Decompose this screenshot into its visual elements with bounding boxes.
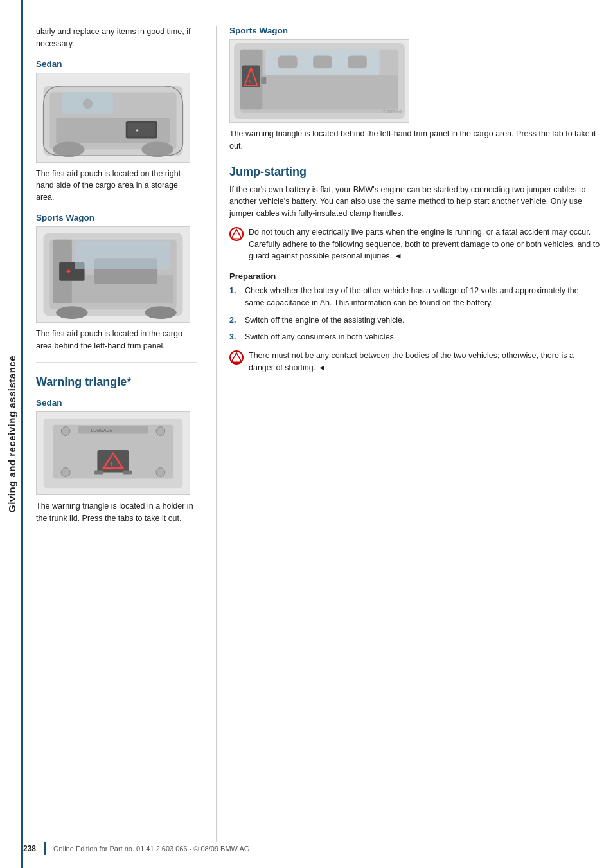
sports-wagon-heading-left: Sports Wagon — [36, 213, 197, 222]
svg-rect-40 — [261, 77, 266, 84]
sedan2-heading: Sedan — [36, 398, 197, 408]
column-divider — [216, 26, 217, 842]
svg-rect-29 — [94, 471, 103, 475]
sedan-first-caption: The first aid pouch is located on the ri… — [36, 168, 197, 204]
sedan-first-aid-image: + — [36, 73, 190, 163]
divider-1 — [36, 362, 197, 363]
prep-number-2: 2. — [229, 314, 240, 327]
warning-icon-2: ! — [229, 350, 244, 365]
svg-rect-4 — [128, 122, 155, 136]
svg-text:!: ! — [249, 79, 251, 84]
intro-text: ularly and replace any items in good tim… — [36, 26, 197, 50]
left-column: ularly and replace any items in good tim… — [36, 26, 209, 842]
sedan-warning-image: ! LUGGAGE — [36, 411, 190, 495]
sports-wagon-left-caption: The first aid pouch is located in the ca… — [36, 328, 197, 352]
warning-text-1: Do not touch any electrically live parts… — [249, 226, 600, 262]
warning-icon-1: ! — [229, 227, 244, 241]
svg-point-25 — [156, 468, 165, 477]
svg-rect-42 — [278, 56, 298, 69]
svg-rect-35 — [244, 75, 398, 109]
sports-wagon-left-image: + — [36, 226, 190, 323]
prep-item-1: 1. Check whether the battery of the othe… — [229, 285, 600, 309]
svg-point-24 — [61, 468, 70, 477]
svg-rect-30 — [123, 471, 132, 475]
svg-text:!: ! — [235, 356, 237, 362]
svg-text:!: ! — [111, 460, 112, 467]
back-arrow-2: ◄ — [315, 363, 326, 372]
sedan2-caption: The warning triangle is located in a hol… — [36, 500, 197, 525]
prep-text-3: Switch off any consumers in both vehicle… — [245, 331, 396, 343]
warning-triangle-heading: Warning triangle* — [36, 375, 197, 389]
page-number: 238 — [23, 844, 36, 853]
warning-box-2: ! There must not be any contact between … — [229, 350, 600, 374]
preparation-list: 1. Check whether the battery of the othe… — [229, 285, 600, 343]
prep-text-2: Switch off the engine of the assisting v… — [245, 314, 405, 327]
footer-copyright: Online Edition for Part no. 01 41 2 603 … — [53, 845, 249, 853]
svg-rect-44 — [348, 56, 367, 69]
sidebar-label: Giving and receiving assistance — [6, 356, 17, 512]
svg-point-22 — [61, 427, 70, 436]
right-column: Sports Wagon ! — [223, 26, 600, 842]
footer-bar — [44, 842, 46, 855]
svg-rect-43 — [313, 56, 332, 69]
svg-text:+: + — [66, 267, 71, 276]
svg-point-23 — [156, 427, 165, 436]
jump-starting-heading: Jump-starting — [229, 165, 600, 179]
svg-text:© BMW AG: © BMW AG — [382, 109, 402, 113]
sports-wagon-right-caption: The warning triangle is located behind t… — [229, 128, 600, 152]
sidebar: Giving and receiving assistance — [0, 0, 23, 868]
prep-item-3: 3. Switch off any consumers in both vehi… — [229, 331, 600, 343]
svg-point-6 — [53, 141, 84, 157]
svg-point-18 — [56, 306, 87, 319]
svg-point-7 — [141, 141, 173, 157]
warning-text-2: There must not be any contact between th… — [249, 350, 600, 374]
warning-box-1: ! Do not touch any electrically live par… — [229, 226, 600, 262]
svg-text:LUGGAGE: LUGGAGE — [91, 428, 113, 433]
footer: 238 Online Edition for Part no. 01 41 2 … — [23, 842, 613, 855]
preparation-heading: Preparation — [229, 271, 600, 281]
svg-rect-31 — [78, 426, 148, 434]
prep-number-1: 1. — [229, 285, 240, 309]
jump-starting-intro: If the car's own battery is flat, your B… — [229, 184, 600, 220]
back-arrow-1: ◄ — [392, 251, 402, 260]
main-content: ularly and replace any items in good tim… — [23, 0, 613, 868]
sports-wagon-heading-right: Sports Wagon — [229, 26, 600, 35]
sedan-heading: Sedan — [36, 59, 197, 69]
svg-point-19 — [145, 306, 176, 319]
sports-wagon-right-image: ! © BMW AG — [229, 39, 409, 123]
svg-point-9 — [83, 98, 93, 109]
page-container: Giving and receiving assistance ularly a… — [0, 0, 613, 868]
prep-item-2: 2. Switch off the engine of the assistin… — [229, 314, 600, 327]
prep-text-1: Check whether the battery of the other v… — [245, 285, 600, 309]
prep-number-3: 3. — [229, 331, 240, 343]
svg-text:+: + — [135, 127, 138, 133]
svg-rect-17 — [75, 240, 170, 269]
svg-text:!: ! — [235, 233, 237, 239]
